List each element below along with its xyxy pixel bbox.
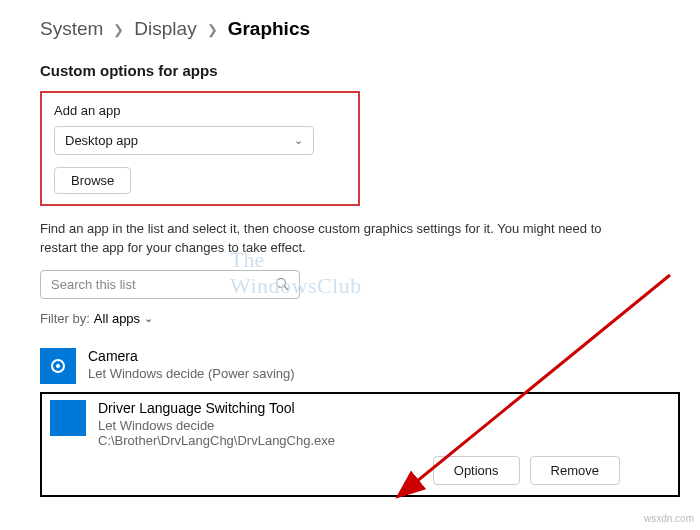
app-name: Camera xyxy=(88,348,660,364)
browse-button[interactable]: Browse xyxy=(54,167,131,194)
app-type-dropdown[interactable]: Desktop app ⌄ xyxy=(54,126,314,155)
search-input[interactable]: Search this list xyxy=(40,270,300,299)
credit-text: wsxdn.com xyxy=(644,513,694,524)
app-item-driver-selected[interactable]: Driver Language Switching Tool Let Windo… xyxy=(40,392,680,497)
chevron-down-icon: ⌄ xyxy=(294,134,303,147)
camera-icon xyxy=(40,348,76,384)
app-sub: Let Windows decide xyxy=(98,418,670,433)
filter-value: All apps xyxy=(94,311,140,326)
search-placeholder: Search this list xyxy=(51,277,136,292)
app-name: Driver Language Switching Tool xyxy=(98,400,670,416)
section-title: Custom options for apps xyxy=(40,62,670,79)
add-app-panel: Add an app Desktop app ⌄ Browse xyxy=(40,91,360,206)
chevron-down-icon: ⌄ xyxy=(144,312,153,325)
breadcrumb-display[interactable]: Display xyxy=(134,18,196,40)
app-icon xyxy=(50,400,86,436)
app-item-camera[interactable]: Camera Let Windows decide (Power saving) xyxy=(40,340,660,392)
filter-row[interactable]: Filter by: All apps ⌄ xyxy=(40,311,670,326)
app-path: C:\Brother\DrvLangChg\DrvLangChg.exe xyxy=(98,433,670,448)
options-button[interactable]: Options xyxy=(433,456,520,485)
chevron-right-icon: ❯ xyxy=(207,22,218,37)
chevron-right-icon: ❯ xyxy=(113,22,124,37)
breadcrumb-graphics: Graphics xyxy=(228,18,310,40)
search-icon xyxy=(275,277,289,291)
dropdown-value: Desktop app xyxy=(65,133,138,148)
help-text: Find an app in the list and select it, t… xyxy=(40,220,640,258)
breadcrumb-system[interactable]: System xyxy=(40,18,103,40)
svg-point-0 xyxy=(277,279,286,288)
app-sub: Let Windows decide (Power saving) xyxy=(88,366,660,381)
breadcrumb: System ❯ Display ❯ Graphics xyxy=(40,18,670,40)
remove-button[interactable]: Remove xyxy=(530,456,620,485)
add-app-label: Add an app xyxy=(54,103,346,118)
filter-label: Filter by: xyxy=(40,311,90,326)
svg-line-1 xyxy=(285,287,289,291)
